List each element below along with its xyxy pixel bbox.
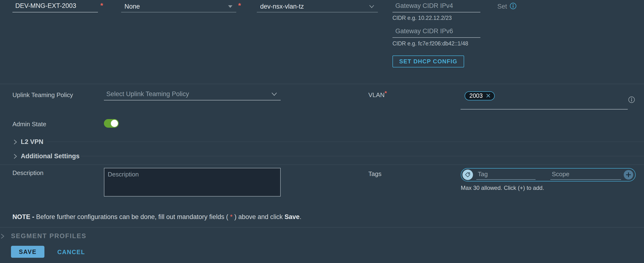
segment-config-form: * None * dev-nsx-vlan-tz Set CIDR e.g. 1…	[0, 0, 644, 263]
required-asterisk: *	[230, 213, 233, 220]
uplink-teaming-dropdown[interactable]: Select Uplink Teaming Policy	[104, 88, 281, 100]
vlan-info-icon[interactable]	[628, 96, 635, 104]
chevron-down-icon	[271, 92, 277, 96]
toggle-knob	[111, 120, 118, 127]
tags-helper: Max 30 allowed. Click (+) to add.	[461, 185, 544, 191]
caret-down-icon	[228, 5, 233, 8]
note-bold-prefix: NOTE -	[12, 213, 36, 220]
section-rule	[47, 142, 644, 142]
section-rule	[81, 156, 644, 156]
save-button[interactable]: SAVE	[11, 246, 44, 258]
divider	[0, 84, 644, 84]
gateway-set-indicator: Set	[497, 3, 517, 11]
divider	[0, 164, 644, 165]
connectivity-dropdown[interactable]: None	[121, 1, 236, 13]
chevron-down-icon	[369, 5, 374, 8]
gateway-ipv6-input[interactable]	[392, 28, 480, 36]
note-text: NOTE - Before further configurations can…	[12, 213, 302, 221]
gateway-ipv4-input[interactable]	[392, 2, 480, 11]
note-save-word: Save	[284, 213, 300, 220]
description-label: Description	[12, 169, 44, 177]
gateway-ipv4-helper: CIDR e.g. 10.22.12.2/23	[392, 15, 452, 21]
set-dhcp-config-button[interactable]: SET DHCP CONFIG	[392, 56, 464, 67]
additional-settings-section-header[interactable]: Additional Settings	[13, 153, 80, 160]
required-asterisk: *	[384, 90, 387, 96]
transport-zone-value: dev-nsx-vlan-tz	[257, 3, 369, 10]
connectivity-value: None	[121, 3, 228, 10]
chevron-right-icon	[13, 153, 18, 159]
gateway-ipv6-field[interactable]	[392, 26, 480, 38]
additional-settings-section-title: Additional Settings	[21, 153, 80, 160]
chevron-right-icon	[13, 139, 18, 145]
scope-input[interactable]	[550, 170, 621, 180]
tags-input-group	[461, 168, 636, 181]
add-tag-button[interactable]	[624, 170, 633, 180]
set-label: Set	[497, 3, 507, 10]
tag-input[interactable]	[476, 170, 536, 180]
uplink-teaming-label: Uplink Teaming Policy	[12, 91, 73, 99]
segment-profiles-chevron-icon[interactable]	[0, 233, 5, 240]
chip-close-icon[interactable]	[486, 93, 491, 98]
segment-profiles-title[interactable]: SEGMENT PROFILES	[11, 232, 86, 240]
tags-label: Tags	[368, 170, 382, 178]
admin-state-label: Admin State	[12, 121, 46, 128]
vlan-label: VLAN*	[368, 90, 387, 99]
segment-name-input[interactable]	[12, 2, 98, 11]
required-asterisk: *	[100, 2, 103, 9]
vlan-chip: 2003	[464, 91, 495, 100]
l2vpn-section-header[interactable]: L2 VPN	[13, 138, 44, 146]
gateway-ipv4-field[interactable]	[392, 1, 480, 13]
transport-zone-dropdown[interactable]: dev-nsx-vlan-tz	[257, 1, 378, 13]
divider	[0, 227, 644, 228]
segment-name-field[interactable]	[12, 1, 98, 13]
required-asterisk: *	[238, 2, 241, 9]
tag-icon	[462, 169, 473, 180]
uplink-teaming-placeholder: Select Uplink Teaming Policy	[104, 90, 271, 98]
cancel-button[interactable]: CANCEL	[57, 249, 85, 255]
l2vpn-section-title: L2 VPN	[21, 138, 44, 146]
vlan-chip-value: 2003	[470, 92, 483, 99]
description-textarea[interactable]	[104, 168, 281, 196]
info-icon[interactable]	[510, 3, 517, 11]
gateway-ipv6-helper: CIDR e.g. fc7e:f206:db42::1/48	[392, 40, 468, 47]
admin-state-toggle[interactable]	[104, 119, 119, 128]
